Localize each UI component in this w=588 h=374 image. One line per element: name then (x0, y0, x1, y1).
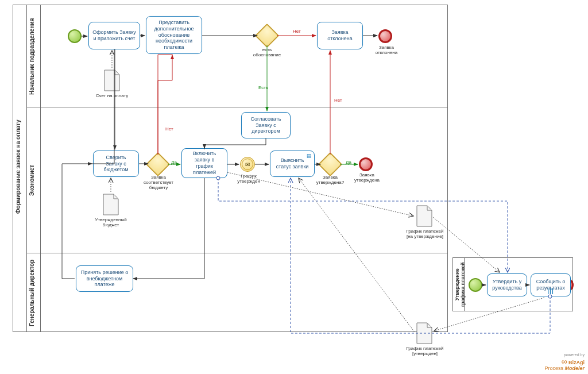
lane-gen-director: Генеральный директор (29, 257, 35, 329)
lane-sep-1 (26, 107, 448, 107)
bizagi-logo-icon: ∞ (562, 357, 567, 366)
data-object-approved-budget-label: Утвержденный бюджет (91, 217, 131, 228)
data-object-invoice-label: Счет на оплату (92, 93, 132, 98)
flow-label-no3: Нет (334, 98, 342, 103)
process-modeler-label: Process Modeler (544, 365, 585, 371)
multi-instance-marker-icon: ||| (547, 288, 554, 295)
start-event-sub (469, 278, 482, 292)
end-event-approved (359, 157, 373, 171)
gateway-budget-ok (149, 156, 167, 173)
flow-label-yes2: Да (171, 160, 177, 165)
pool-title-sep (26, 5, 27, 332)
gateway-has-justification (258, 27, 276, 44)
flow-label-yes3: Да (346, 160, 351, 165)
flow-label-no1: Нет (293, 29, 301, 34)
intermediate-event-label: График утвержден (234, 173, 263, 184)
task-check-budget: Сверить Заявку с бюджетом (93, 151, 139, 177)
bizagi-brand: BizAgi (568, 360, 585, 365)
task-add-to-schedule: Включить заявку в график платежей (181, 148, 227, 178)
subprocess-marker-icon: ▤ (307, 153, 312, 159)
task-request-rejected: Заявка отклонена (317, 22, 363, 49)
data-object-schedule-approved-label: График платежей [утвержден] (404, 346, 446, 356)
intermediate-event-schedule-approved: ✉ (240, 157, 255, 172)
footer-logo: powered by ∞ BizAgi Process Modeler (544, 353, 585, 372)
lane-economist: Экономист (29, 113, 35, 248)
gateway-has-justification-label: есть обоснование (250, 47, 284, 57)
task-approve-with-management: Утвердить у руководства (487, 273, 527, 296)
lane-head-dept: Начальник подразделения (29, 10, 35, 102)
flow-label-yes1: Есть (258, 85, 268, 90)
envelope-icon: ✉ (245, 161, 250, 168)
gateway-request-approved (322, 156, 339, 173)
task-agree-with-director: Согласовать Заявку с директором (241, 112, 291, 138)
task-create-request: Оформить Заявку и приложить счет (88, 22, 140, 49)
gateway-budget-ok-label: Заявка соответствует бюджету (140, 175, 177, 190)
data-object-schedule-for-approval-label: График платежей [на утверждение] (404, 229, 446, 239)
lane-title-sep (40, 5, 41, 332)
subprocess-title: Утверждение графика платежей (454, 260, 466, 309)
end-event-rejected-label: Заявка отклонена (373, 45, 400, 55)
gateway-request-approved-label: Заявка утверждена? (312, 175, 348, 185)
end-event-rejected (378, 29, 392, 43)
task-check-status: Выяснить статус заявки ▤ (270, 151, 315, 177)
flow-label-no2: Нет (165, 126, 173, 132)
task-report-results: Сообщить о результатах ||| (531, 273, 571, 296)
task-extra-justification: Представить дополнительное обоснование н… (146, 16, 202, 54)
task-check-status-label: Выяснить статус заявки (274, 157, 311, 170)
pool-title: Формирование заявок на оплату (15, 11, 21, 322)
start-event-main (68, 29, 82, 43)
lane-sep-2 (26, 253, 448, 253)
task-decide-out-of-budget: Принять решение о внебюджетном платеже (76, 265, 133, 292)
end-event-approved-label: Заявка утверждена (353, 172, 381, 183)
